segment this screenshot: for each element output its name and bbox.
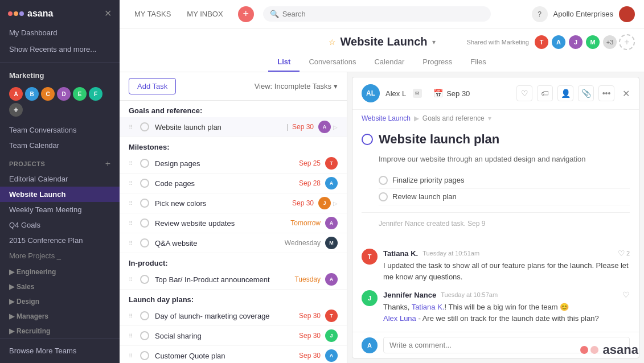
task-name: Review website updates xyxy=(155,219,290,228)
subtask-row[interactable]: Finalize priority pages xyxy=(379,172,630,189)
task-row[interactable]: ⠿ Q&A website Wednesday M xyxy=(120,233,347,253)
project-avatar-1: T xyxy=(534,34,549,50)
project-header-area: ☆ Website Launch ▾ List Conversations Ca… xyxy=(120,28,644,72)
task-checkbox[interactable] xyxy=(140,311,149,320)
task-checkbox[interactable] xyxy=(140,275,149,284)
comment-row: T Tatiana K. Tuesday at 10:51am ♡ 2 I up… xyxy=(362,249,630,282)
shared-label: Shared with Marketing xyxy=(467,39,529,46)
task-checkbox[interactable] xyxy=(140,331,149,340)
like-button-1[interactable]: ♡ xyxy=(618,249,625,258)
my-inbox-link[interactable]: MY INBOX xyxy=(181,6,228,22)
tag-action-button[interactable]: 🏷 xyxy=(537,85,553,101)
expand-icon[interactable]: ▷ xyxy=(333,124,338,130)
add-task-button[interactable]: Add Task xyxy=(129,78,176,94)
section-header-goals: Goals and reference: xyxy=(120,101,347,117)
team-avatars-section: A B C D E F + xyxy=(0,84,120,122)
view-select[interactable]: View: Incomplete Tasks ▾ xyxy=(255,82,338,90)
task-row[interactable]: ⠿ Review website updates Tomorrow A xyxy=(120,213,347,233)
task-name: Code pages xyxy=(155,179,299,188)
sidebar-item-team-conversations[interactable]: Team Conversations xyxy=(0,122,120,138)
task-row[interactable]: ⠿ Code pages Sep 28 A xyxy=(120,174,347,193)
subtask-row[interactable]: Review launch plan xyxy=(379,189,630,205)
followers-action-button[interactable]: 👤 xyxy=(557,85,573,101)
like-button-2[interactable]: ♡ xyxy=(622,290,630,299)
project-title: Website Launch xyxy=(341,35,428,48)
more-action-button[interactable]: ••• xyxy=(598,85,614,101)
project-avatar-3: J xyxy=(568,34,584,50)
sidebar-item-show-recents[interactable]: Show Recents and more... xyxy=(0,41,120,57)
subtask-checkbox[interactable] xyxy=(379,176,388,185)
task-date: Sep 25 xyxy=(299,159,321,167)
task-checkbox[interactable] xyxy=(140,159,149,168)
sidebar-group-managers[interactable]: ▶ Managers xyxy=(0,308,120,323)
drag-handle-icon: ⠿ xyxy=(129,333,133,339)
task-checkbox[interactable] xyxy=(140,122,149,131)
subtask-checkbox[interactable] xyxy=(379,192,388,201)
tab-conversations[interactable]: Conversations xyxy=(300,53,365,72)
user-avatar[interactable] xyxy=(619,6,635,22)
detail-title-area: Website launch plan xyxy=(362,131,630,148)
add-button[interactable]: + xyxy=(238,6,254,22)
sidebar-item-editorial-calendar[interactable]: Editorial Calendar xyxy=(0,171,120,187)
detail-close-button[interactable]: ✕ xyxy=(622,88,630,99)
sidebar-item-q4-goals[interactable]: Q4 Goals xyxy=(0,217,120,233)
detail-complete-button[interactable] xyxy=(362,134,373,145)
task-name: Top Bar/ In-Product announcement xyxy=(155,275,294,284)
breadcrumb-section[interactable]: Goals and reference xyxy=(423,114,485,122)
projects-add-button[interactable]: + xyxy=(105,159,110,169)
project-star-icon[interactable]: ☆ xyxy=(329,38,336,47)
project-avatar-add-button[interactable]: + xyxy=(619,34,635,50)
task-row[interactable]: ⠿ Social sharing Sep 30 J xyxy=(120,326,347,346)
task-checkbox[interactable] xyxy=(140,218,149,228)
help-button[interactable]: ? xyxy=(532,6,548,22)
task-list-panel: Add Task View: Incomplete Tasks ▾ Goals … xyxy=(120,72,347,363)
sidebar-item-team-calendar[interactable]: Team Calendar xyxy=(0,138,120,153)
sidebar-group-sales[interactable]: ▶ Sales xyxy=(0,278,120,293)
tab-list[interactable]: List xyxy=(268,53,300,72)
task-checkbox[interactable] xyxy=(140,351,149,360)
sidebar-close-button[interactable]: ✕ xyxy=(104,8,112,19)
attach-action-button[interactable]: 📎 xyxy=(578,85,594,101)
detail-comments: T Tatiana K. Tuesday at 10:51am ♡ 2 I up… xyxy=(352,249,639,332)
task-row[interactable]: ⠿ Website launch plan | Sep 30 A ▷ xyxy=(120,117,347,137)
tab-files[interactable]: Files xyxy=(461,53,495,72)
task-date: Sep 30 xyxy=(299,352,321,360)
task-checkbox[interactable] xyxy=(140,238,149,248)
team-avatar-add[interactable]: + xyxy=(9,103,23,117)
task-checkbox[interactable] xyxy=(140,179,149,188)
task-row[interactable]: ⠿ Top Bar/ In-Product announcement Tuesd… xyxy=(120,270,347,290)
sidebar-group-engineering[interactable]: ▶ Engineering xyxy=(0,263,120,278)
section-header-milestones: Milestones: xyxy=(120,137,347,154)
task-row[interactable]: ⠿ Customer Quote plan Sep 30 A xyxy=(120,346,347,363)
task-checkbox[interactable] xyxy=(140,199,149,208)
tab-calendar[interactable]: Calendar xyxy=(365,53,413,72)
breadcrumb-parent[interactable]: Website Launch xyxy=(362,114,411,122)
sidebar-item-weekly-team-meeting[interactable]: Weekly Team Meeting xyxy=(0,202,120,217)
task-avatar: A xyxy=(318,121,331,133)
expand-icon[interactable]: ▷ xyxy=(333,200,338,207)
tab-progress[interactable]: Progress xyxy=(413,53,461,72)
mention-alex[interactable]: Alex Luna xyxy=(383,314,416,323)
sidebar-item-browse-teams[interactable]: Browse More Teams xyxy=(0,343,120,358)
sidebar-group-recruiting[interactable]: ▶ Recruiting xyxy=(0,323,120,337)
task-row[interactable]: ⠿ Pick new colors Sep 30 J ▷ xyxy=(120,193,347,213)
sidebar-item-2015-conference-plan[interactable]: 2015 Conference Plan xyxy=(0,233,120,248)
project-avatar-2: A xyxy=(551,34,567,50)
sidebar-item-website-launch[interactable]: Website Launch xyxy=(0,187,120,202)
mention-tatiana[interactable]: Tatiana K. xyxy=(412,303,445,311)
sidebar-team-marketing[interactable]: Marketing xyxy=(0,67,120,84)
project-team-avatars: Shared with Marketing T A J M +3 + xyxy=(467,34,635,50)
sidebar-item-my-dashboard[interactable]: My Dashboard xyxy=(0,24,120,41)
task-list-scroll[interactable]: Goals and reference: ⠿ Website launch pl… xyxy=(120,101,347,363)
sidebar-group-design[interactable]: ▶ Design xyxy=(0,293,120,308)
comment-author-2: Jennifer Nance xyxy=(383,291,436,299)
project-dropdown-icon[interactable]: ▾ xyxy=(432,38,436,46)
task-row[interactable]: ⠿ Day of launch- marketing coverage Sep … xyxy=(120,306,347,326)
task-row[interactable]: ⠿ Design pages Sep 25 T xyxy=(120,154,347,174)
search-bar: 🔍 xyxy=(263,6,491,22)
like-action-button[interactable]: ♡ xyxy=(516,85,532,101)
search-input[interactable] xyxy=(282,10,484,18)
comment-time-1: Tuesday at 10:51am xyxy=(423,250,479,257)
sidebar-item-more-projects[interactable]: More Projects _ xyxy=(0,248,120,263)
my-tasks-link[interactable]: MY TASKS xyxy=(129,6,177,22)
